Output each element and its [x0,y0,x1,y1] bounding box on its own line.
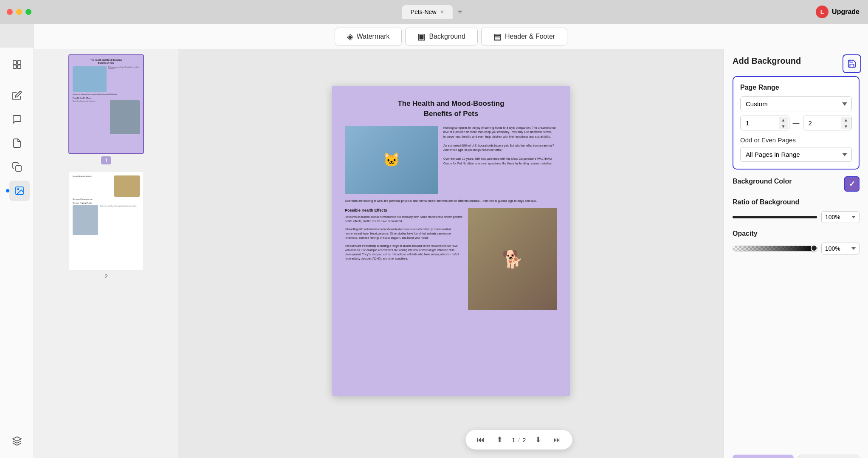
thumbnail-item-2: Various health benefits described... Mor… [41,171,172,280]
save-icon-button[interactable] [843,54,861,73]
svg-marker-7 [13,437,21,441]
sidebar-divider-1 [8,80,25,80]
header-footer-icon: ▤ [493,31,502,42]
thumbnail-2[interactable]: Various health benefits described... Mor… [68,171,144,271]
sidebar-icon-pages[interactable] [7,133,27,153]
active-tab[interactable]: Pets-New ✕ [402,5,453,19]
sidebar-icon-layers[interactable] [7,431,27,451]
svg-rect-3 [17,65,21,68]
maximize-traffic-light[interactable] [25,9,31,15]
current-page: 1 [512,436,516,444]
svg-rect-0 [13,61,17,64]
page-slash: / [518,436,520,444]
checkmark-icon: ✓ [849,179,855,189]
bg-color-swatch[interactable]: ✓ [844,176,860,192]
top-toolbar: ◈ Watermark ▣ Background ▤ Header & Foot… [34,24,868,49]
svg-point-6 [17,189,19,190]
last-page-button[interactable]: ⏭ [551,434,564,446]
background-icon: ▣ [417,31,426,42]
range-from-spinners: ▲ ▼ [779,117,788,129]
prev-page-button[interactable]: ⬆ [494,433,505,446]
svg-rect-4 [16,166,21,171]
odd-even-dropdown[interactable]: All Pages in Range Odd Pages Only Even P… [740,147,852,162]
sidebar-icon-background[interactable] [9,181,30,201]
new-tab-button[interactable]: + [454,7,466,17]
watermark-tab[interactable]: ◈ Watermark [335,28,402,45]
active-indicator [6,189,9,192]
range-from-down[interactable]: ▼ [779,123,788,129]
next-page-button[interactable]: ⬇ [533,433,544,446]
page-document: The Health and Mood-Boosting Benefits of… [332,86,570,396]
ratio-value-select[interactable]: 100% 75% 50% 25% [821,211,860,223]
page-top-text: Nothing compares to the joy of coming ho… [443,126,557,194]
upgrade-button[interactable]: L Upgrade [816,6,860,18]
sidebar-icon-thumbnails[interactable] [7,54,27,75]
page-title: The Health and Mood-Boosting Benefits of… [345,99,557,119]
add-background-title: Add Background [733,56,801,66]
background-tab[interactable]: ▣ Background [405,28,477,45]
watermark-label: Watermark [357,33,390,40]
page-bottom-section: Possible Health Effects Research on huma… [345,208,557,310]
user-avatar: L [816,6,829,18]
page-dog-image: 🐕 [468,208,557,310]
sidebar-icon-comment[interactable] [7,109,27,130]
opacity-thumb[interactable] [811,245,817,252]
document-area[interactable]: The Health and Mood-Boosting Benefits of… [178,48,724,458]
ratio-slider-row: 100% 75% 50% 25% [733,211,860,223]
background-color-section: Background Color ✓ [733,176,860,192]
range-to-down[interactable]: ▼ [841,123,851,129]
page-range-dropdown[interactable]: Custom All Pages First Page Last Page [740,96,852,111]
action-buttons: Save Cancel [733,455,860,458]
total-pages: 2 [522,436,526,444]
header-footer-tab[interactable]: ▤ Header & Footer [481,28,567,45]
page-middle-text: Scientists are looking at what the poten… [345,199,557,204]
background-label: Background [429,33,465,40]
bg-color-row: Background Color ✓ [733,176,860,192]
page-cat-image: 🐱 [345,126,438,194]
thumbnail-panel: The Health and Mood-BoostingBenefits of … [34,48,178,458]
svg-rect-2 [13,65,17,68]
range-to-spinners: ▲ ▼ [841,117,851,129]
page-num-2: 2 [104,273,107,280]
page-bottom-text: Research on human-animal interactions is… [345,215,463,260]
odd-even-title: Odd or Even Pages [740,136,852,144]
sidebar-icon-edit[interactable] [7,85,27,106]
opacity-slider-row: 100% 75% 50% 25% [733,243,860,254]
page-bottom-left: Possible Health Effects Research on huma… [345,208,463,310]
page-badge-1: 1 [101,156,111,164]
sidebar-icon-copy[interactable] [7,157,27,177]
save-button[interactable]: Save [733,455,794,458]
bg-color-title: Background Color [733,178,792,185]
tab-title: Pets-New [411,8,437,15]
watermark-icon: ◈ [347,31,353,42]
ratio-section: Ratio of Background 100% 75% 50% 25% [733,198,860,223]
range-from-up[interactable]: ▲ [779,117,788,123]
tab-close-button[interactable]: ✕ [440,9,444,15]
page-top-section: 🐱 Nothing compares to the joy of coming … [345,126,557,194]
minimize-traffic-light[interactable] [16,9,22,15]
opacity-track[interactable] [733,246,817,252]
first-page-button[interactable]: ⏮ [474,434,487,446]
page-nav-bar: ⏮ ⬆ 1 / 2 ⬇ ⏭ [466,430,572,450]
opacity-value-select[interactable]: 100% 75% 50% 25% [821,243,860,254]
ratio-fill [733,216,817,218]
close-traffic-light[interactable] [7,9,13,15]
thumbnail-img-2: Various health benefits described... Mor… [69,172,143,270]
range-from-wrapper: ▲ ▼ [740,116,789,130]
sidebar-icon-bookmark[interactable] [7,455,27,458]
page-range-panel: Page Range Custom All Pages First Page L… [733,76,860,170]
upgrade-label: Upgrade [832,8,860,16]
range-dash: — [793,119,800,127]
header-footer-label: Header & Footer [505,33,555,40]
sidebar-icon-active-wrapper [4,181,30,201]
page-range-title: Page Range [740,84,852,91]
cancel-button[interactable]: Cancel [798,455,860,458]
svg-rect-1 [17,61,21,64]
ratio-track[interactable] [733,216,817,218]
left-sidebar [0,48,34,458]
range-to-up[interactable]: ▲ [841,117,851,123]
thumbnail-item-1: The Health and Mood-BoostingBenefits of … [41,54,172,164]
range-to-wrapper: ▲ ▼ [803,116,852,130]
right-panel: Add Background Page Range Custom All Pag… [724,48,868,458]
thumbnail-1[interactable]: The Health and Mood-BoostingBenefits of … [68,54,144,154]
